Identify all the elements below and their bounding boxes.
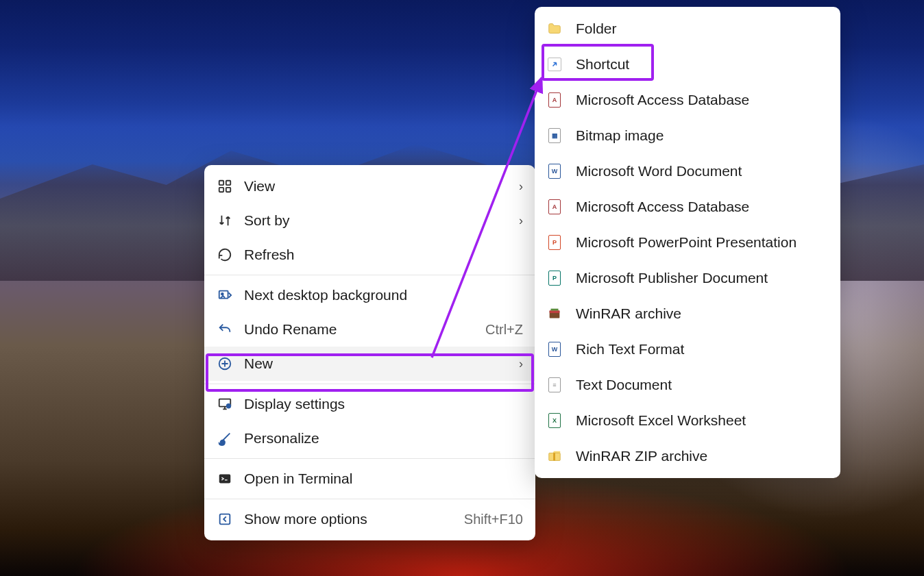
menu-shortcut: Ctrl+Z xyxy=(485,322,523,338)
submenu-item-text[interactable]: ≡ Text Document xyxy=(535,367,840,403)
menu-label: Show more options xyxy=(244,511,464,527)
undo-icon xyxy=(217,321,233,338)
submenu-item-shortcut[interactable]: Shortcut xyxy=(535,47,840,82)
excel-icon: X xyxy=(547,413,562,428)
menu-item-next-background[interactable]: Next desktop background xyxy=(204,278,535,312)
menu-label: Open in Terminal xyxy=(244,471,523,487)
submenu-item-access-db-2[interactable]: A Microsoft Access Database xyxy=(535,189,840,225)
svg-rect-1 xyxy=(226,181,230,185)
submenu-label: Microsoft Excel Worksheet xyxy=(576,412,828,429)
submenu-label: Bitmap image xyxy=(576,127,828,144)
menu-item-personalize[interactable]: Personalize xyxy=(204,421,535,455)
menu-label: Undo Rename xyxy=(244,321,485,338)
menu-label: Sort by xyxy=(244,212,512,229)
refresh-icon xyxy=(217,247,233,263)
sort-icon xyxy=(217,212,233,229)
menu-item-open-terminal[interactable]: Open in Terminal xyxy=(204,462,535,496)
menu-label: Next desktop background xyxy=(244,287,523,303)
menu-divider xyxy=(204,499,535,499)
submenu-label: Rich Text Format xyxy=(576,341,828,358)
menu-item-view[interactable]: View › xyxy=(204,169,535,203)
submenu-item-word[interactable]: W Microsoft Word Document xyxy=(535,153,840,189)
menu-label: Refresh xyxy=(244,247,523,263)
submenu-item-winrar-zip[interactable]: WinRAR ZIP archive xyxy=(535,438,840,474)
terminal-icon xyxy=(217,471,233,487)
submenu-label: Microsoft Word Document xyxy=(576,163,828,179)
submenu-label: Microsoft Access Database xyxy=(576,92,828,108)
svg-rect-15 xyxy=(553,453,555,460)
menu-item-display-settings[interactable]: Display settings xyxy=(204,387,535,421)
zip-icon xyxy=(547,449,562,464)
svg-rect-2 xyxy=(219,188,223,192)
submenu-label: Microsoft PowerPoint Presentation xyxy=(576,234,828,251)
rtf-icon: W xyxy=(547,342,562,357)
svg-rect-12 xyxy=(550,310,560,313)
svg-rect-10 xyxy=(220,514,230,525)
winrar-icon xyxy=(547,306,562,321)
new-submenu: Folder Shortcut A Microsoft Access Datab… xyxy=(535,7,840,478)
desktop-context-menu: View › Sort by › Refresh Next desktop ba… xyxy=(204,165,535,540)
submenu-item-bitmap[interactable]: ▦ Bitmap image xyxy=(535,118,840,153)
submenu-label: Text Document xyxy=(576,377,828,393)
menu-item-sort-by[interactable]: Sort by › xyxy=(204,203,535,238)
submenu-label: Folder xyxy=(576,21,828,37)
display-settings-icon xyxy=(217,396,233,412)
menu-divider xyxy=(204,275,535,275)
menu-label: Personalize xyxy=(244,430,523,447)
submenu-item-excel[interactable]: X Microsoft Excel Worksheet xyxy=(535,403,840,438)
submenu-label: WinRAR archive xyxy=(576,305,828,322)
chevron-right-icon: › xyxy=(519,357,523,371)
bitmap-icon: ▦ xyxy=(547,128,562,143)
menu-item-new[interactable]: New › xyxy=(204,347,535,381)
folder-icon xyxy=(547,21,562,36)
menu-item-refresh[interactable]: Refresh xyxy=(204,238,535,272)
submenu-label: Shortcut xyxy=(576,56,828,73)
plus-circle-icon xyxy=(217,355,233,372)
submenu-label: WinRAR ZIP archive xyxy=(576,448,828,464)
picture-next-icon xyxy=(217,287,233,303)
menu-shortcut: Shift+F10 xyxy=(464,512,523,527)
submenu-item-winrar[interactable]: WinRAR archive xyxy=(535,296,840,331)
word-icon: W xyxy=(547,164,562,179)
svg-rect-13 xyxy=(551,309,559,311)
submenu-label: Microsoft Access Database xyxy=(576,199,828,215)
submenu-item-publisher[interactable]: P Microsoft Publisher Document xyxy=(535,260,840,296)
chevron-right-icon: › xyxy=(519,214,523,228)
publisher-icon: P xyxy=(547,271,562,286)
submenu-item-access-db[interactable]: A Microsoft Access Database xyxy=(535,82,840,118)
grid-icon xyxy=(217,178,233,195)
submenu-item-powerpoint[interactable]: P Microsoft PowerPoint Presentation xyxy=(535,225,840,260)
chevron-right-icon: › xyxy=(519,179,523,194)
submenu-item-folder[interactable]: Folder xyxy=(535,11,840,47)
brush-icon xyxy=(217,430,233,447)
menu-item-show-more-options[interactable]: Show more options Shift+F10 xyxy=(204,502,535,536)
powerpoint-icon: P xyxy=(547,235,562,250)
menu-divider xyxy=(204,458,535,459)
more-options-icon xyxy=(217,511,233,527)
access-icon: A xyxy=(547,199,562,214)
text-doc-icon: ≡ xyxy=(547,377,562,392)
submenu-item-rtf[interactable]: W Rich Text Format xyxy=(535,331,840,367)
submenu-label: Microsoft Publisher Document xyxy=(576,270,828,286)
menu-label: View xyxy=(244,178,512,195)
svg-point-5 xyxy=(221,293,223,295)
access-icon: A xyxy=(547,92,562,108)
shortcut-icon xyxy=(547,57,562,72)
menu-label: New xyxy=(244,355,512,372)
svg-rect-3 xyxy=(226,188,230,192)
menu-divider xyxy=(204,384,535,384)
menu-label: Display settings xyxy=(244,396,523,412)
menu-item-undo-rename[interactable]: Undo Rename Ctrl+Z xyxy=(204,312,535,347)
svg-point-8 xyxy=(227,404,231,408)
svg-rect-9 xyxy=(219,475,231,484)
svg-rect-0 xyxy=(219,181,223,185)
